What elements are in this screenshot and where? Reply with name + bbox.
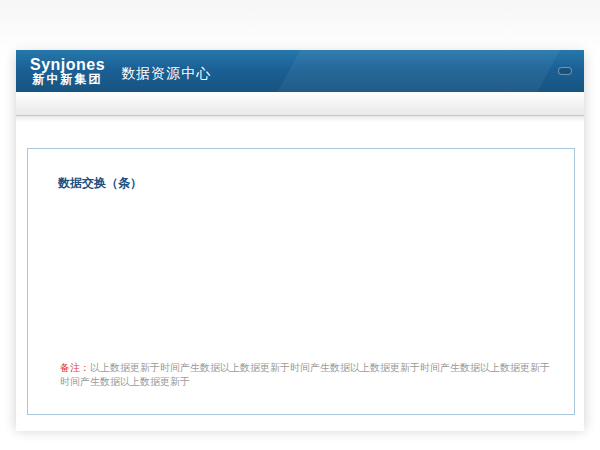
- company-logo[interactable]: Synjones 新中新集团: [30, 56, 105, 87]
- footer-note: 备注：以上数据更新于时间产生数据以上数据更新于时间产生数据以上数据更新于时间产生…: [60, 361, 550, 389]
- app-title: 数据资源中心: [121, 59, 211, 83]
- app-window: Synjones 新中新集团 数据资源中心 数据交换（条） 备注：以上数据更新于…: [16, 50, 584, 426]
- logo-english: Synjones: [30, 56, 105, 74]
- chart-panel: 数据交换（条） 备注：以上数据更新于时间产生数据以上数据更新于时间产生数据以上数…: [27, 148, 575, 415]
- note-label: 备注：: [60, 362, 90, 373]
- content-area: 数据交换（条） 备注：以上数据更新于时间产生数据以上数据更新于时间产生数据以上数…: [16, 122, 584, 431]
- header-decor-stripe: [252, 50, 576, 92]
- user-actions-pill: [558, 67, 572, 75]
- logo-chinese: 新中新集团: [30, 73, 105, 86]
- page-background: Synjones 新中新集团 数据资源中心 数据交换（条） 备注：以上数据更新于…: [0, 0, 600, 450]
- exchange-line-chart: [36, 195, 556, 355]
- y-axis-title: 数据交换（条）: [58, 175, 142, 192]
- app-header: Synjones 新中新集团 数据资源中心: [16, 50, 584, 92]
- main-nav: [16, 92, 584, 116]
- note-text: 以上数据更新于时间产生数据以上数据更新于时间产生数据以上数据更新于时间产生数据以…: [60, 362, 550, 387]
